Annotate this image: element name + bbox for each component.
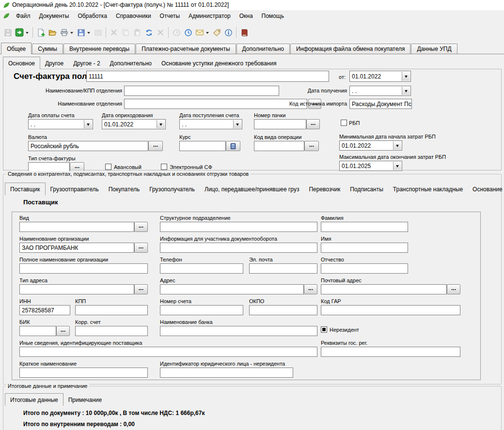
short-name-input[interactable] xyxy=(19,368,148,378)
send-mail-button[interactable] xyxy=(194,27,205,38)
other-info-input[interactable] xyxy=(19,347,317,357)
phone-input[interactable] xyxy=(160,263,243,274)
advance-checkbox[interactable] xyxy=(105,164,111,170)
chevron-down-icon[interactable] xyxy=(393,162,401,170)
subtab-main[interactable]: Основное xyxy=(3,57,40,69)
org-name-input[interactable]: ЗАО ПРОГРАМБАНК xyxy=(19,243,134,253)
gar-code-input[interactable] xyxy=(321,305,460,315)
edo-info-input[interactable] xyxy=(160,243,317,253)
postal-address-input[interactable] xyxy=(321,284,447,294)
ctab-carrier[interactable]: Перевозчик xyxy=(304,184,345,195)
first-name-input[interactable] xyxy=(321,243,408,253)
menu-item-file[interactable]: Файл xyxy=(12,10,35,21)
tab-payment-documents[interactable]: Платежно-расчетные документы xyxy=(136,44,236,54)
address-type-input[interactable] xyxy=(19,284,134,294)
dept-name-input[interactable] xyxy=(124,99,307,109)
receive-date-combo[interactable]: . . xyxy=(349,86,411,96)
rate-calculator-button[interactable] xyxy=(226,141,240,151)
tag-button[interactable] xyxy=(211,27,222,38)
tab-upd-data[interactable]: Данные УПД xyxy=(411,44,457,54)
receipt-date-combo[interactable]: . . xyxy=(179,119,242,129)
rbp-min-date-combo[interactable]: 01.01.2022 xyxy=(339,140,402,151)
vid-lookup-button[interactable]: ... xyxy=(134,222,148,232)
pay-date-combo[interactable]: . . xyxy=(28,119,93,129)
currency-lookup-button[interactable]: ... xyxy=(148,141,163,151)
menu-item-reports[interactable]: Отчеты xyxy=(156,10,184,21)
nonresident-checkbox[interactable] xyxy=(321,326,327,333)
send-mail-dropdown[interactable] xyxy=(206,32,209,35)
chevron-down-icon[interactable] xyxy=(233,120,241,128)
kpp-input[interactable] xyxy=(75,305,148,315)
electronic-invoice-checkbox[interactable] xyxy=(161,164,167,170)
rbp-max-date-combo[interactable]: 01.01.2025 xyxy=(339,161,402,171)
rate-input[interactable] xyxy=(179,141,226,151)
surname-input[interactable] xyxy=(321,222,408,232)
menu-item-help[interactable]: Помощь xyxy=(257,10,288,21)
menu-item-administrator[interactable]: Администратор xyxy=(184,10,235,21)
menu-item-processing[interactable]: Обработка xyxy=(73,10,111,21)
refresh-button[interactable] xyxy=(143,27,155,38)
ctab-consignee[interactable]: Грузополучатель xyxy=(144,184,200,195)
bik-lookup-button[interactable]: ... xyxy=(56,326,70,336)
rbp-checkbox[interactable] xyxy=(341,120,347,126)
export-button[interactable] xyxy=(75,27,87,38)
patronymic-input[interactable] xyxy=(321,263,408,274)
post-document-dropdown[interactable] xyxy=(26,32,29,35)
subtab-other-2[interactable]: Другое - 2 xyxy=(68,58,105,69)
menu-item-windows[interactable]: Окна xyxy=(235,10,257,21)
ctab-buyer[interactable]: Покупатель xyxy=(104,184,144,195)
currency-input[interactable]: Российский рубль xyxy=(28,141,148,151)
address-input[interactable] xyxy=(160,284,304,294)
tab-additional[interactable]: Дополнительно xyxy=(236,44,290,54)
print-button[interactable] xyxy=(58,27,70,38)
batch-number-input[interactable] xyxy=(254,119,306,129)
document-date-combo[interactable]: 01.01.2022 xyxy=(349,71,411,82)
batch-number-lookup-button[interactable]: ... xyxy=(306,119,320,129)
tab-internal-transfers[interactable]: Внутренние переводы xyxy=(63,44,135,54)
ctab-cargo-person[interactable]: Лицо, передавшее/принявшее груз xyxy=(200,184,304,195)
chevron-down-icon[interactable] xyxy=(393,141,401,150)
chevron-down-icon[interactable] xyxy=(157,120,165,128)
document-number-input[interactable]: 11111 xyxy=(86,71,329,82)
corr-account-input[interactable] xyxy=(75,326,148,336)
inn-input[interactable]: 2578258587 xyxy=(19,305,70,315)
bank-name-input[interactable] xyxy=(160,326,317,336)
posting-date-combo[interactable]: 01.01.2022 xyxy=(102,119,166,129)
subtab-other[interactable]: Другое xyxy=(40,58,68,69)
menu-item-directories[interactable]: Справочники xyxy=(111,10,156,21)
tab-general[interactable]: Общее xyxy=(1,43,32,54)
post-document-button[interactable] xyxy=(14,27,25,38)
open-document-button[interactable] xyxy=(47,27,58,38)
account-input[interactable] xyxy=(160,305,243,315)
chevron-down-icon[interactable] xyxy=(84,120,92,128)
bik-input[interactable] xyxy=(19,326,56,336)
full-org-name-input[interactable] xyxy=(19,263,148,274)
dept-kpp-input[interactable] xyxy=(124,86,279,96)
totals-tab-note[interactable]: Примечание xyxy=(63,394,107,406)
subtab-assignment-basis[interactable]: Основание уступки денежного требования xyxy=(157,58,281,69)
ctab-waybills[interactable]: Транспортные накладные xyxy=(388,184,468,195)
chevron-down-icon[interactable] xyxy=(402,72,410,81)
operation-code-input[interactable] xyxy=(254,141,304,151)
okpo-input[interactable] xyxy=(249,305,317,315)
export-dropdown[interactable] xyxy=(87,32,90,35)
registry-book-button[interactable] xyxy=(238,27,250,38)
operation-code-lookup-button[interactable]: ... xyxy=(304,141,319,151)
ctab-signatories[interactable]: Подписанты xyxy=(345,184,388,195)
tab-buyer-exchange-file[interactable]: Информация файла обмена покупателя xyxy=(290,44,411,54)
ctab-supplier[interactable]: Поставщик xyxy=(5,183,46,195)
subtab-additional[interactable]: Дополнительно xyxy=(105,58,157,69)
menu-item-documents[interactable]: Документы xyxy=(35,10,74,21)
email-input[interactable] xyxy=(249,263,317,274)
ctab-consignor[interactable]: Грузоотправитель xyxy=(46,184,104,195)
history-button[interactable] xyxy=(182,27,194,38)
info-button[interactable] xyxy=(222,27,234,38)
totals-tab-data[interactable]: Итоговые данные xyxy=(5,393,63,406)
tab-sums[interactable]: Суммы xyxy=(32,44,63,54)
state-reg-input[interactable] xyxy=(321,347,460,357)
print-dropdown[interactable] xyxy=(70,32,73,35)
address-lookup-button[interactable]: ... xyxy=(304,284,317,294)
vid-input[interactable] xyxy=(19,222,134,232)
org-name-lookup-button[interactable]: ... xyxy=(134,243,148,253)
ctab-shipment-basis[interactable]: Основание отгрузки xyxy=(468,184,504,195)
